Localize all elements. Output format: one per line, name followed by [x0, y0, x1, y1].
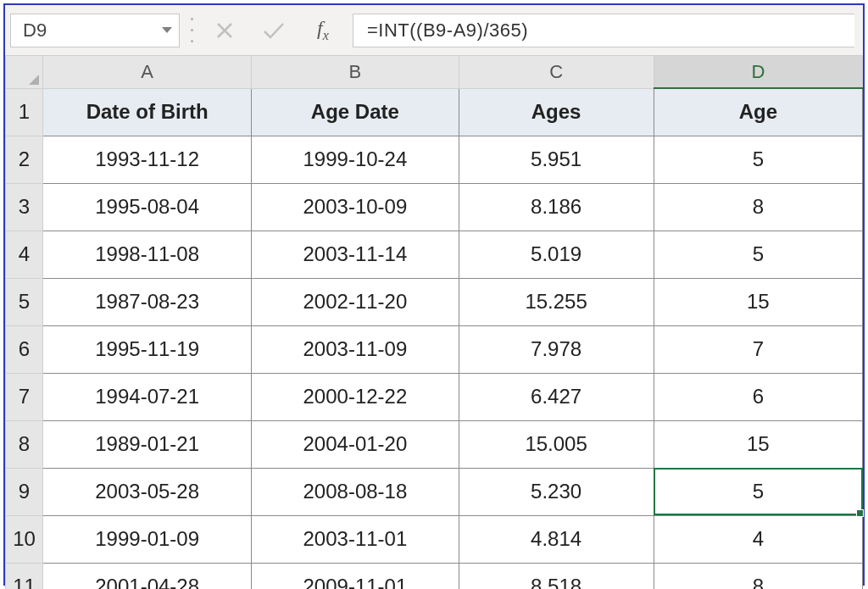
- cell-d2[interactable]: 5: [654, 136, 862, 183]
- cell-d10[interactable]: 4: [654, 515, 862, 563]
- row-header-4[interactable]: 4: [6, 231, 43, 278]
- cell-d9[interactable]: 5: [654, 468, 862, 515]
- row-header-9[interactable]: 9: [6, 468, 43, 515]
- cell-a3[interactable]: 1995-08-04: [43, 183, 252, 231]
- select-all-corner[interactable]: [6, 56, 43, 88]
- cell-a1[interactable]: Date of Birth: [43, 88, 252, 136]
- formula-text: =INT((B9-A9)/365): [367, 19, 528, 42]
- cell-b2[interactable]: 1999-10-24: [252, 136, 459, 183]
- cell-d6[interactable]: 7: [654, 325, 862, 373]
- name-box-value: D9: [23, 19, 155, 42]
- enter-formula-button[interactable]: [261, 18, 287, 43]
- separator-dots: [188, 14, 195, 47]
- column-header-a[interactable]: A: [43, 56, 252, 88]
- cell-d8[interactable]: 15: [654, 420, 862, 468]
- cell-a7[interactable]: 1994-07-21: [43, 373, 252, 420]
- row-header-1[interactable]: 1: [6, 88, 43, 136]
- cell-d1[interactable]: Age: [654, 88, 862, 136]
- formula-bar: D9 fx =INT((B9-A9)/365): [5, 5, 863, 56]
- cell-c4[interactable]: 5.019: [459, 231, 654, 278]
- cell-a11[interactable]: 2001-04-28: [43, 563, 252, 589]
- cell-d7[interactable]: 6: [654, 373, 862, 420]
- cell-a5[interactable]: 1987-08-23: [43, 278, 252, 325]
- cell-a8[interactable]: 1989-01-21: [43, 420, 252, 468]
- cell-c10[interactable]: 4.814: [459, 515, 654, 563]
- cell-b7[interactable]: 2000-12-22: [252, 373, 459, 420]
- spreadsheet-grid[interactable]: A B C D 1 Date of Birth Age Date Ages Ag…: [5, 56, 863, 589]
- cell-b1[interactable]: Age Date: [252, 88, 459, 136]
- cell-d3[interactable]: 8: [654, 183, 862, 231]
- cell-d11[interactable]: 8: [654, 563, 862, 589]
- cell-c3[interactable]: 8.186: [459, 183, 654, 231]
- formula-input[interactable]: =INT((B9-A9)/365): [353, 14, 854, 47]
- row-header-6[interactable]: 6: [6, 325, 43, 373]
- cell-b10[interactable]: 2003-11-01: [252, 515, 459, 563]
- row-header-7[interactable]: 7: [6, 373, 43, 420]
- cell-b6[interactable]: 2003-11-09: [252, 325, 459, 373]
- row-header-2[interactable]: 2: [6, 136, 43, 183]
- row-header-11[interactable]: 11: [6, 563, 43, 589]
- column-header-d[interactable]: D: [654, 56, 862, 88]
- cell-c6[interactable]: 7.978: [459, 325, 654, 373]
- insert-function-button[interactable]: fx: [310, 18, 336, 43]
- cell-c11[interactable]: 8.518: [459, 563, 654, 589]
- row-header-10[interactable]: 10: [6, 515, 43, 563]
- column-header-c[interactable]: C: [459, 56, 654, 88]
- cell-c9[interactable]: 5.230: [459, 468, 654, 515]
- formula-bar-buttons: fx: [203, 18, 344, 43]
- cell-d4[interactable]: 5: [654, 231, 862, 278]
- cell-c5[interactable]: 15.255: [459, 278, 654, 325]
- cell-d5[interactable]: 15: [654, 278, 862, 325]
- cell-b11[interactable]: 2009-11-01: [252, 563, 459, 589]
- cell-b4[interactable]: 2003-11-14: [252, 231, 459, 278]
- chevron-down-icon[interactable]: [162, 27, 172, 33]
- cell-b3[interactable]: 2003-10-09: [252, 183, 459, 231]
- cell-a10[interactable]: 1999-01-09: [43, 515, 252, 563]
- row-header-8[interactable]: 8: [6, 420, 43, 468]
- cell-c8[interactable]: 15.005: [459, 420, 654, 468]
- name-box[interactable]: D9: [10, 14, 180, 47]
- cell-b8[interactable]: 2004-01-20: [252, 420, 459, 468]
- app-frame: D9 fx =INT((B9-A9)/365): [3, 3, 865, 586]
- cell-b9[interactable]: 2008-08-18: [252, 468, 459, 515]
- row-header-3[interactable]: 3: [6, 183, 43, 231]
- cell-a6[interactable]: 1995-11-19: [43, 325, 252, 373]
- row-header-5[interactable]: 5: [6, 278, 43, 325]
- cell-a2[interactable]: 1993-11-12: [43, 136, 252, 183]
- cell-c2[interactable]: 5.951: [459, 136, 654, 183]
- column-header-b[interactable]: B: [252, 56, 459, 88]
- cell-a4[interactable]: 1998-11-08: [43, 231, 252, 278]
- cell-b5[interactable]: 2002-11-20: [252, 278, 459, 325]
- cell-c1[interactable]: Ages: [459, 88, 654, 136]
- cell-c7[interactable]: 6.427: [459, 373, 654, 420]
- cancel-formula-button[interactable]: [212, 18, 237, 43]
- cell-a9[interactable]: 2003-05-28: [43, 468, 252, 515]
